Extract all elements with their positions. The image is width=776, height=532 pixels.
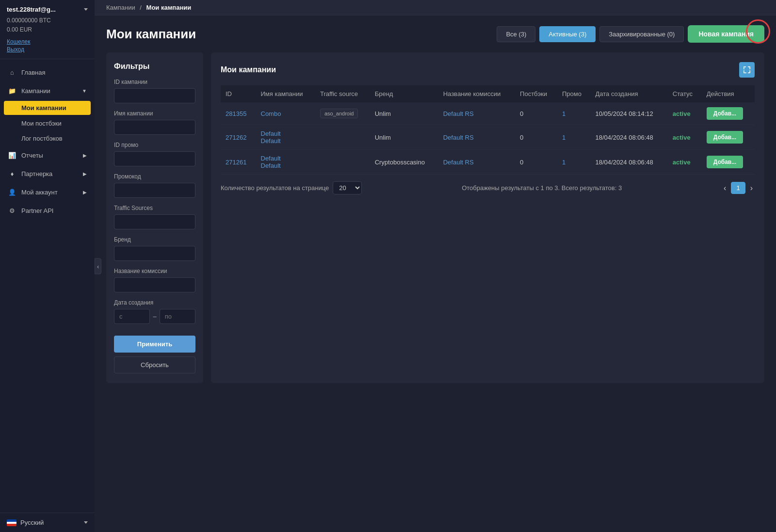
- cell-name: DefaultDefault: [256, 150, 315, 175]
- commission-link[interactable]: Default RS: [443, 134, 474, 141]
- campaign-id-link[interactable]: 271262: [226, 134, 246, 141]
- col-name: Имя кампании: [256, 85, 315, 102]
- filter-label: Имя кампании: [114, 110, 195, 117]
- chevron-right-icon: ▶: [83, 190, 87, 195]
- sidebar-collapse-handle[interactable]: ‹: [95, 258, 101, 274]
- sidebar-item-partner[interactable]: ♦ Партнерка ▶: [0, 164, 95, 183]
- reset-filters-button[interactable]: Сбросить: [114, 356, 195, 373]
- filter-campaign-id: ID кампании: [114, 79, 195, 103]
- per-page-select[interactable]: 20 50 100: [333, 181, 362, 194]
- promo-code-input[interactable]: [114, 183, 195, 198]
- expand-table-button[interactable]: [739, 62, 755, 78]
- cell-postbacks: 0: [515, 102, 557, 125]
- page-title: Мои кампании: [106, 27, 196, 42]
- logout-link[interactable]: Выход: [7, 46, 88, 53]
- reports-icon: 📊: [8, 151, 16, 160]
- promo-link[interactable]: 1: [562, 110, 566, 117]
- tab-archived[interactable]: Заархивированные (0): [599, 26, 684, 42]
- cell-id: 281355: [221, 102, 256, 125]
- sidebar-item-reports[interactable]: 📊 Отчеты ▶: [0, 146, 95, 164]
- chevron-right-icon: ▶: [83, 153, 87, 158]
- promo-link[interactable]: 1: [562, 134, 566, 141]
- chevron-down-icon: ▼: [82, 88, 87, 94]
- account-dropdown-icon: [84, 8, 88, 11]
- status-badge: active: [673, 159, 691, 166]
- filters-panel: Фильтры ID кампании Имя кампании ID пром…: [106, 52, 203, 383]
- cell-promo: 1: [557, 125, 591, 150]
- cell-id: 271262: [221, 125, 256, 150]
- add-action-button[interactable]: Добав...: [707, 156, 744, 168]
- sidebar-item-my-account[interactable]: 👤 Мой аккаунт ▶: [0, 183, 95, 201]
- apply-filters-button[interactable]: Применить: [114, 336, 195, 353]
- tab-active[interactable]: Активные (3): [539, 26, 596, 42]
- two-column-layout: Фильтры ID кампании Имя кампании ID пром…: [106, 52, 764, 383]
- cell-brand: Unlim: [370, 125, 438, 150]
- campaign-name-input[interactable]: [114, 120, 195, 135]
- account-email[interactable]: test.228traf@g...: [7, 6, 88, 13]
- flag-icon: [7, 519, 16, 526]
- sidebar-item-campaigns[interactable]: 📁 Кампании ▼: [0, 81, 95, 100]
- cell-traffic-source: aso_android: [315, 102, 370, 125]
- date-separator: –: [153, 313, 156, 320]
- filter-label: Название комиссии: [114, 268, 195, 274]
- filter-brand: Бренд: [114, 236, 195, 261]
- commission-link[interactable]: Default RS: [443, 159, 474, 166]
- topbar: Кампании / Мои кампании: [95, 0, 776, 16]
- add-action-button[interactable]: Добав...: [707, 107, 744, 120]
- sidebar-nav: ⌂ Главная 📁 Кампании ▼ Мои кампании Мои …: [0, 59, 95, 513]
- subnav-label: Мои кампании: [21, 104, 66, 112]
- campaign-id-link[interactable]: 281355: [226, 110, 246, 117]
- commission-name-input[interactable]: [114, 277, 195, 292]
- date-from-input[interactable]: [114, 309, 150, 324]
- campaigns-icon: 📁: [8, 86, 16, 95]
- filter-label: ID кампании: [114, 79, 195, 85]
- col-id: ID: [221, 85, 256, 102]
- filters-title: Фильтры: [114, 62, 195, 71]
- cell-promo: 1: [557, 102, 591, 125]
- cell-status: active: [668, 102, 702, 125]
- breadcrumb-current: Мои кампании: [146, 4, 192, 11]
- new-campaign-wrapper: Новая кампания: [688, 25, 764, 43]
- col-commission: Название комиссии: [438, 85, 515, 102]
- sidebar-item-label: Кампании: [21, 87, 50, 95]
- prev-page-button[interactable]: ‹: [722, 184, 728, 193]
- new-campaign-button[interactable]: Новая кампания: [688, 25, 764, 43]
- cell-date: 18/04/2024 08:06:48: [591, 150, 668, 175]
- promo-link[interactable]: 1: [562, 159, 566, 166]
- account-balance: 0.00000000 BTC 0.00 EUR: [7, 16, 88, 34]
- brand-input[interactable]: [114, 246, 195, 261]
- filter-label: Traffic Sources: [114, 205, 195, 211]
- campaign-id-link[interactable]: 271261: [226, 159, 246, 166]
- cell-brand: Cryptobosscasino: [370, 150, 438, 175]
- campaign-id-input[interactable]: [114, 88, 195, 103]
- language-selector[interactable]: Русский: [0, 513, 95, 532]
- traffic-sources-input[interactable]: [114, 214, 195, 229]
- cell-brand: Unlim: [370, 102, 438, 125]
- sidebar-item-my-postbacks[interactable]: Мои постбэки: [0, 116, 95, 131]
- cell-actions: Добав...: [702, 150, 755, 175]
- date-range: –: [114, 309, 195, 324]
- sidebar-item-postback-log[interactable]: Лог постбэков: [0, 131, 95, 146]
- commission-link[interactable]: Default RS: [443, 110, 474, 117]
- page-1-button[interactable]: 1: [731, 182, 745, 194]
- tab-all[interactable]: Все (3): [497, 26, 535, 42]
- sidebar-item-label: Отчеты: [21, 152, 43, 159]
- add-action-button[interactable]: Добав...: [707, 131, 744, 144]
- promo-id-input[interactable]: [114, 151, 195, 166]
- lang-chevron-icon: [84, 521, 88, 524]
- breadcrumb-parent[interactable]: Кампании: [106, 4, 135, 11]
- sidebar-item-home[interactable]: ⌂ Главная: [0, 63, 95, 81]
- cell-commission: Default RS: [438, 150, 515, 175]
- campaigns-submenu: Мои кампании Мои постбэки Лог постбэков: [0, 101, 95, 146]
- table-row: 271261 DefaultDefault Cryptobosscasino D…: [221, 150, 755, 175]
- sidebar-item-partner-api[interactable]: ⚙ Partner API: [0, 201, 95, 220]
- sidebar-item-my-campaigns[interactable]: Мои кампании: [4, 101, 91, 115]
- table-row: 271262 DefaultDefault Unlim Default RS 0…: [221, 125, 755, 150]
- filter-commission-name: Название комиссии: [114, 268, 195, 292]
- date-to-input[interactable]: [160, 309, 195, 324]
- filter-label: Бренд: [114, 236, 195, 243]
- next-page-button[interactable]: ›: [748, 184, 755, 193]
- filter-campaign-name: Имя кампании: [114, 110, 195, 135]
- wallet-link[interactable]: Кошелек: [7, 38, 88, 45]
- cell-status: active: [668, 150, 702, 175]
